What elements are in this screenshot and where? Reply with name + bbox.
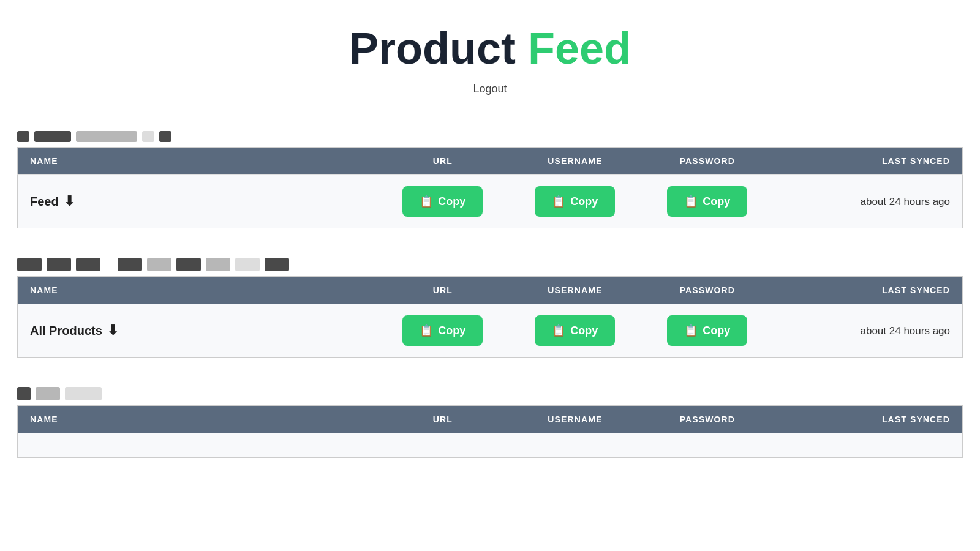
redacted-bar-s7 bbox=[206, 258, 230, 271]
last-synced-value-2: about 24 hours ago bbox=[860, 325, 950, 337]
empty-row-cell bbox=[18, 433, 963, 458]
page-header: Product Feed Logout bbox=[0, 0, 980, 102]
password-copy-label-2: Copy bbox=[703, 324, 730, 337]
col-header-username-2: USERNAME bbox=[509, 277, 641, 304]
username-copy-label-2: Copy bbox=[570, 324, 598, 337]
url-copy-button[interactable]: 📋 Copy bbox=[402, 186, 483, 217]
section-2-header bbox=[17, 253, 963, 276]
password-cell: 📋 Copy bbox=[641, 175, 774, 228]
col-header-password-2: PASSWORD bbox=[641, 277, 774, 304]
section-3-table: NAME URL USERNAME PASSWORD LAST SYNCED bbox=[17, 405, 963, 458]
col-header-username: USERNAME bbox=[509, 148, 641, 175]
url-copy-label-2: Copy bbox=[438, 324, 466, 337]
redacted-bar-s9 bbox=[265, 258, 289, 271]
url-cell: 📋 Copy bbox=[377, 175, 509, 228]
download-icon-2: ⬇ bbox=[107, 323, 118, 339]
all-products-name-label: All Products bbox=[30, 324, 102, 338]
table-header-row-3: NAME URL USERNAME PASSWORD LAST SYNCED bbox=[18, 406, 963, 433]
redacted-bar-1 bbox=[17, 131, 29, 142]
redacted-bar-s4 bbox=[118, 258, 142, 271]
table-row-2: All Products ⬇ 📋 Copy 📋 Copy bbox=[18, 304, 963, 358]
lastsynced-cell-2: about 24 hours ago bbox=[774, 304, 963, 358]
col-header-url-2: URL bbox=[377, 277, 509, 304]
col-header-url: URL bbox=[377, 148, 509, 175]
redacted-bar-s5 bbox=[147, 258, 172, 271]
section-1-header bbox=[17, 126, 963, 147]
table-row-empty bbox=[18, 433, 963, 458]
section-3-header bbox=[17, 382, 963, 405]
last-synced-value: about 24 hours ago bbox=[860, 196, 950, 208]
col-header-username-3: USERNAME bbox=[509, 406, 641, 433]
copy-icon-2: 📋 bbox=[552, 195, 565, 208]
title-dark: Product bbox=[349, 24, 516, 73]
copy-icon-5: 📋 bbox=[552, 324, 565, 337]
all-products-table: NAME URL USERNAME PASSWORD LAST SYNCED A… bbox=[17, 276, 963, 358]
redacted-bar-3 bbox=[76, 131, 137, 142]
table-header-row-2: NAME URL USERNAME PASSWORD LAST SYNCED bbox=[18, 277, 963, 304]
redacted-bar-s3 bbox=[76, 258, 100, 271]
url-copy-label: Copy bbox=[438, 195, 466, 208]
col-header-name: NAME bbox=[18, 148, 377, 175]
feed-table: NAME URL USERNAME PASSWORD LAST SYNCED F… bbox=[17, 147, 963, 228]
redacted-bar-s1 bbox=[17, 258, 42, 271]
redacted-bar-s6 bbox=[176, 258, 201, 271]
redacted-bar-4 bbox=[142, 131, 154, 142]
logout-link[interactable]: Logout bbox=[473, 83, 507, 96]
title-green: Feed bbox=[528, 24, 631, 73]
copy-icon-6: 📋 bbox=[684, 324, 698, 337]
redacted-bar-s2 bbox=[47, 258, 71, 271]
password-cell-2: 📋 Copy bbox=[641, 304, 774, 358]
username-copy-button[interactable]: 📋 Copy bbox=[535, 186, 615, 217]
redacted-bar-s8 bbox=[235, 258, 260, 271]
all-products-section: NAME URL USERNAME PASSWORD LAST SYNCED A… bbox=[17, 253, 963, 358]
redacted-bar-t3 bbox=[65, 387, 102, 400]
table-header-row: NAME URL USERNAME PASSWORD LAST SYNCED bbox=[18, 148, 963, 175]
row-name-cell: Feed ⬇ bbox=[18, 175, 377, 228]
feed-name-label: Feed bbox=[30, 195, 59, 209]
table-row: Feed ⬇ 📋 Copy 📋 Copy bbox=[18, 175, 963, 228]
redacted-bar-2 bbox=[34, 131, 71, 142]
col-header-password-3: PASSWORD bbox=[641, 406, 774, 433]
url-copy-button-2[interactable]: 📋 Copy bbox=[402, 315, 483, 346]
password-copy-button[interactable]: 📋 Copy bbox=[667, 186, 747, 217]
password-copy-button-2[interactable]: 📋 Copy bbox=[667, 315, 747, 346]
col-header-url-3: URL bbox=[377, 406, 509, 433]
main-content: NAME URL USERNAME PASSWORD LAST SYNCED F… bbox=[0, 102, 980, 458]
col-header-lastsynced: LAST SYNCED bbox=[774, 148, 963, 175]
password-copy-label: Copy bbox=[703, 195, 730, 208]
lastsynced-cell: about 24 hours ago bbox=[774, 175, 963, 228]
redacted-bar-5 bbox=[159, 131, 172, 142]
copy-icon-4: 📋 bbox=[420, 324, 433, 337]
row-name-cell-2: All Products ⬇ bbox=[18, 304, 377, 358]
redacted-bar-t2 bbox=[36, 387, 60, 400]
col-header-password: PASSWORD bbox=[641, 148, 774, 175]
col-header-name-3: NAME bbox=[18, 406, 377, 433]
col-header-lastsynced-3: LAST SYNCED bbox=[774, 406, 963, 433]
redacted-bar-t1 bbox=[17, 387, 31, 400]
col-header-name-2: NAME bbox=[18, 277, 377, 304]
copy-icon-3: 📋 bbox=[684, 195, 698, 208]
url-cell-2: 📋 Copy bbox=[377, 304, 509, 358]
username-copy-label: Copy bbox=[570, 195, 598, 208]
username-cell-2: 📋 Copy bbox=[509, 304, 641, 358]
username-copy-button-2[interactable]: 📋 Copy bbox=[535, 315, 615, 346]
feed-section: NAME URL USERNAME PASSWORD LAST SYNCED F… bbox=[17, 126, 963, 228]
username-cell: 📋 Copy bbox=[509, 175, 641, 228]
col-header-lastsynced-2: LAST SYNCED bbox=[774, 277, 963, 304]
section-3: NAME URL USERNAME PASSWORD LAST SYNCED bbox=[17, 382, 963, 458]
copy-icon: 📋 bbox=[420, 195, 433, 208]
page-title: Product Feed bbox=[0, 24, 980, 73]
download-icon: ⬇ bbox=[64, 193, 75, 209]
